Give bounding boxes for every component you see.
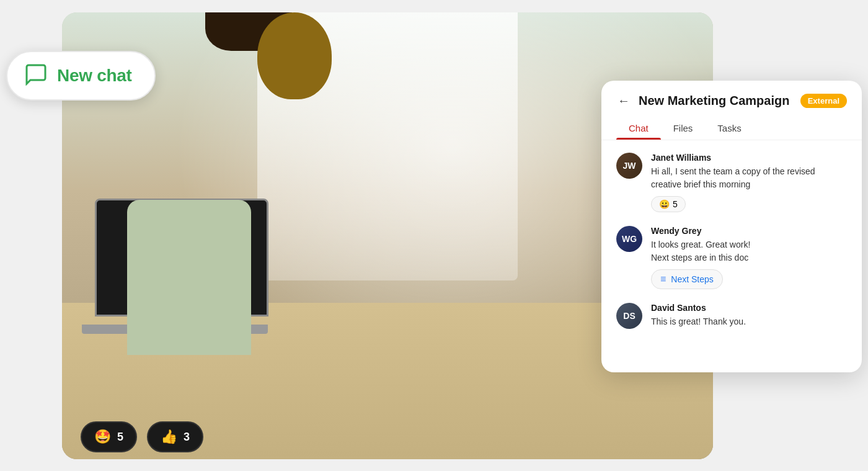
chat-title: New Marketing Campaign [639, 94, 793, 108]
message-david: David Santos This is great! Thank you. [616, 303, 847, 329]
bottom-reactions: 🤩 5 👍 3 [81, 421, 203, 452]
sender-david: David Santos [651, 303, 847, 313]
message-content-david: David Santos This is great! Thank you. [651, 303, 847, 329]
chat-panel: ← New Marketing Campaign External Chat F… [601, 81, 862, 372]
message-wendy: Wendy Grey It looks great. Great work!Ne… [616, 226, 847, 289]
tab-tasks[interactable]: Tasks [705, 117, 753, 140]
sender-wendy: Wendy Grey [651, 226, 847, 236]
reaction-thumbsup[interactable]: 👍 3 [147, 421, 203, 452]
reaction-emoji-starstruck: 🤩 [94, 429, 111, 445]
message-content-wendy: Wendy Grey It looks great. Great work!Ne… [651, 226, 847, 289]
text-david: This is great! Thank you. [651, 315, 847, 328]
new-chat-label: New chat [57, 66, 132, 86]
chat-header: ← New Marketing Campaign External Chat F… [601, 81, 862, 140]
doc-icon: ≡ [660, 274, 666, 285]
chat-tabs: Chat Files Tasks [616, 117, 847, 140]
tab-files[interactable]: Files [661, 117, 706, 140]
reaction-count-janet: 5 [673, 199, 678, 209]
reaction-count-thumbsup: 3 [184, 431, 190, 444]
sender-janet: Janet Williams [651, 153, 847, 163]
reaction-starstruck[interactable]: 🤩 5 [81, 421, 137, 452]
external-badge: External [800, 94, 847, 108]
doc-label: Next Steps [671, 274, 713, 284]
avatar-david [616, 303, 642, 329]
reaction-emoji-janet: 😀 [659, 199, 670, 209]
message-janet: Janet Williams Hi all, I sent the team a… [616, 153, 847, 212]
doc-chip-next-steps[interactable]: ≡ Next Steps [651, 269, 723, 289]
chat-icon [25, 63, 47, 88]
reaction-chip-janet[interactable]: 😀 5 [651, 196, 686, 212]
text-wendy: It looks great. Great work!Next steps ar… [651, 238, 847, 264]
avatar-janet [616, 153, 642, 179]
chat-messages: Janet Williams Hi all, I sent the team a… [601, 140, 862, 364]
text-janet: Hi all, I sent the team a copy of the re… [651, 165, 847, 191]
reaction-emoji-thumbsup: 👍 [161, 429, 177, 445]
main-scene: New chat ← New Marketing Campaign Extern… [0, 0, 868, 471]
tab-chat[interactable]: Chat [616, 117, 661, 140]
message-content-janet: Janet Williams Hi all, I sent the team a… [651, 153, 847, 212]
reaction-count-starstruck: 5 [117, 431, 123, 444]
avatar-wendy [616, 226, 642, 252]
new-chat-button[interactable]: New chat [6, 51, 156, 101]
back-button[interactable]: ← [616, 93, 631, 108]
